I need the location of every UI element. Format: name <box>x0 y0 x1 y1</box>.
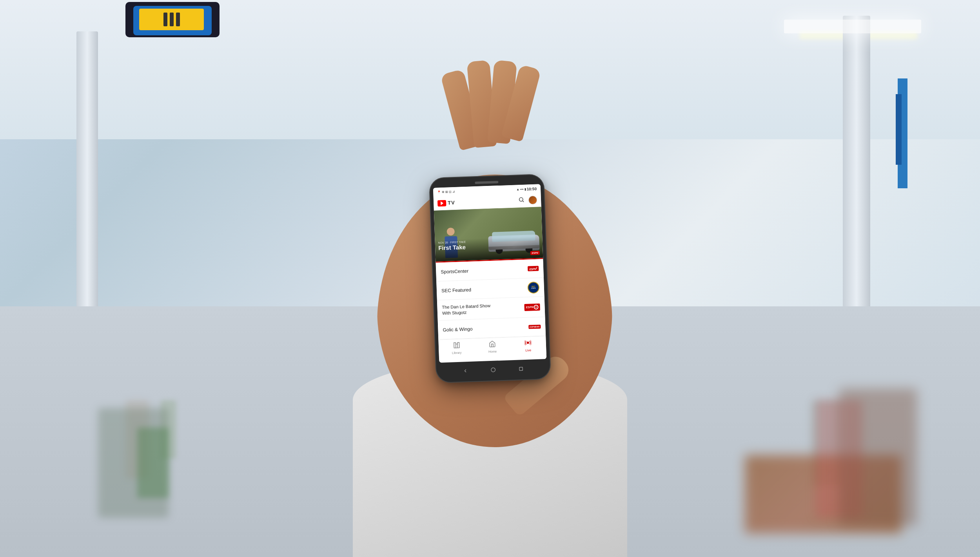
svg-line-1 <box>523 201 524 202</box>
show-list: SportsCenter ESPN2 SEC Featured <box>436 259 546 339</box>
status-icons-right: ▲ ▪▪▪ ▮ 10:50 <box>516 186 537 191</box>
channel-logo-espn2: ESPN2 <box>519 264 539 273</box>
user-avatar[interactable] <box>528 195 537 204</box>
nav-item-library[interactable]: Library <box>439 341 475 355</box>
reddit-icon: ⊕ <box>442 190 445 193</box>
signal-icon: ▪▪▪ <box>520 187 524 191</box>
bg-person-far-right <box>839 388 917 526</box>
show-name-golic-wingo: Golic & Wingo <box>443 324 521 333</box>
show-name-sportscenter: SportsCenter <box>441 266 519 275</box>
espnu-badge: ESPN U <box>524 303 540 311</box>
espnews-badge: ESPNEWS <box>528 324 541 329</box>
svg-rect-4 <box>519 367 523 370</box>
airport-sign-yellow <box>139 9 204 30</box>
phone-wrapper: 📍 ⊕ ⊞ ⊡ ⊿ ▲ ▪▪▪ ▮ 10:50 <box>430 175 550 382</box>
status-icons-left: 📍 ⊕ ⊞ ⊡ ⊿ <box>437 189 455 194</box>
library-icon <box>453 342 460 351</box>
tv-text: TV <box>448 200 455 206</box>
show-name-sec-featured: SEC Featured <box>441 285 520 293</box>
hero-channel-badge: ESPN <box>530 251 540 255</box>
blue-strip <box>896 94 902 165</box>
cast-icon: ⊿ <box>452 189 455 193</box>
show-name-dan-le-batard: The Dan Le Batard Show With Stugotz <box>442 302 521 316</box>
live-label: Live <box>525 348 531 352</box>
channel-logo-espnews: ESPNEWS <box>521 322 541 331</box>
nav-item-live[interactable]: Live <box>510 339 546 353</box>
phone-speaker <box>475 181 498 184</box>
wifi-icon: ▲ <box>516 187 519 191</box>
phone-frame: 📍 ⊕ ⊞ ⊡ ⊿ ▲ ▪▪▪ ▮ 10:50 <box>430 175 550 382</box>
espn2-badge: ESPN2 <box>528 266 539 271</box>
back-button[interactable] <box>459 365 471 377</box>
battery-icon: ▮ <box>524 187 526 191</box>
youtube-tv-logo: TV <box>437 199 455 206</box>
location-icon: 📍 <box>437 190 441 194</box>
sec-network-logo: SEC ESPN <box>527 281 539 293</box>
youtube-icon <box>437 200 446 206</box>
library-label: Library <box>452 351 462 355</box>
home-label: Home <box>488 350 497 354</box>
bg-item-left <box>98 408 169 518</box>
recent-apps-button[interactable] <box>515 363 527 375</box>
header-actions <box>518 195 537 205</box>
svg-point-2 <box>527 342 529 344</box>
hero-overlay: NOV 28 · FIRST TAKE First Take <box>435 236 543 262</box>
nav-item-home[interactable]: Home <box>474 340 510 354</box>
bottom-nav: Library Home <box>438 336 546 358</box>
android-nav-bar <box>439 360 547 379</box>
ceiling-light-right <box>784 20 921 33</box>
status-time: 10:50 <box>526 186 537 191</box>
background: 📍 ⊕ ⊞ ⊡ ⊿ ▲ ▪▪▪ ▮ 10:50 <box>0 0 980 557</box>
channel-logo-espnu: ESPN U <box>520 302 540 312</box>
nfc-icon: ⊡ <box>449 190 452 193</box>
search-icon[interactable] <box>518 197 525 204</box>
list-item[interactable]: The Dan Le Batard Show With Stugotz ESPN… <box>437 297 545 321</box>
hero-section[interactable]: NOV 28 · FIRST TAKE First Take ESPN <box>434 207 543 261</box>
home-icon <box>489 340 496 349</box>
svg-point-3 <box>491 368 495 372</box>
home-button[interactable] <box>488 364 499 375</box>
svg-point-0 <box>519 198 523 202</box>
channel-logo-sec: SEC ESPN <box>519 283 539 292</box>
phone-screen: 📍 ⊕ ⊞ ⊡ ⊿ ▲ ▪▪▪ ▮ 10:50 <box>433 184 546 362</box>
sim-icon: ⊞ <box>445 190 448 193</box>
live-icon <box>524 339 532 348</box>
